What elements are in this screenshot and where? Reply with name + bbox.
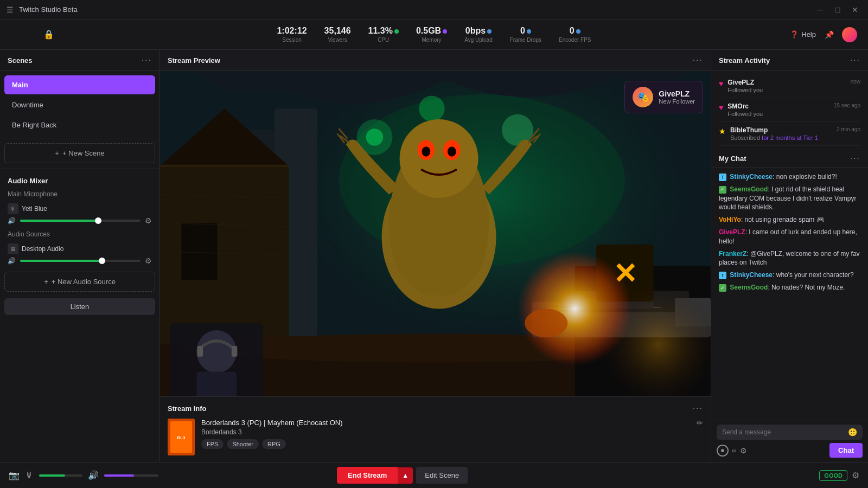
end-stream-button[interactable]: End Stream [337,467,398,484]
tag-shooter: Shooter [227,439,259,449]
stats-bar: 🔒 1:02:12 Session 35,146 Viewers 11.3% C… [0,20,868,50]
microphone-row: 🎙 Yeti Blue 🔊 ⚙ [0,200,159,228]
stream-info-title: Stream Info [168,404,207,413]
scene-item-be-right-back[interactable]: Be Right Back [4,115,155,134]
microphone-slider[interactable] [20,220,141,222]
follower-toast: 🎭 GivePLZ New Follower [624,81,703,113]
chat-more-button[interactable]: ··· [850,153,860,163]
activity-content-3: BibleThump Subscribed for 2 months at Ti… [730,126,832,141]
follower-avatar: 🎭 [633,87,653,107]
add-scene-button[interactable]: + + New Scene [4,143,155,163]
chat-settings-button[interactable]: ⚙ [740,446,747,455]
pin-icon[interactable]: 📌 [822,28,835,41]
stream-preview-more-button[interactable]: ··· [693,55,703,65]
game-thumb-art: BL3 [168,419,195,455]
plus-icon-audio: + [44,278,48,286]
scenes-title: Scenes [8,56,33,65]
bottom-slider-fill-2 [104,474,134,477]
microphone-slider-fill [20,220,98,222]
desktop-audio-settings-button[interactable]: ⚙ [145,256,152,265]
viewers-value: 35,146 [324,26,351,36]
maximize-button[interactable]: □ [831,3,844,16]
chat-message-3: VoHiYo: not using grenade spam 🎮 [719,215,860,224]
minimize-button[interactable]: ─ [814,3,827,16]
star-icon-1: ★ [719,127,726,136]
scene-item-main[interactable]: Main [4,75,155,94]
chat-section: My Chat ··· T StinkyCheese: non explosiv… [711,149,868,462]
bottom-slider-fill-1 [39,474,65,477]
upload-value: 0bps [464,26,493,36]
center-panel: Stream Preview ··· [160,50,711,462]
scene-item-downtime[interactable]: Downtime [4,95,155,114]
activity-more-button[interactable]: ··· [850,55,860,65]
activity-time-3: 2 min ago [837,126,860,132]
activity-desc-1: Followed you [727,87,846,93]
audio-mixer-header: Audio Mixer [0,171,159,188]
svg-text:BL3: BL3 [177,435,186,440]
game-scene-svg: ✕ [160,71,711,396]
stream-info-more-button[interactable]: ··· [693,403,703,413]
heart-icon-1: ♥ [719,79,723,88]
microphone-settings-button[interactable]: ⚙ [145,216,152,225]
help-button[interactable]: ❓ Help [790,30,816,38]
close-button[interactable]: ✕ [848,3,861,16]
chat-extra-dot [721,449,724,452]
chat-message-7: ✓ SeemsGood: No nades? Not my Moze. [719,283,860,292]
activity-header: Stream Activity ··· [711,50,868,71]
menu-icon[interactable]: ☰ [7,5,14,14]
add-audio-source-button[interactable]: + + New Audio Source [4,272,155,292]
camera-button[interactable]: 📷 [9,470,20,480]
scenes-more-button[interactable]: ··· [142,55,152,65]
bottom-settings-button[interactable]: ⚙ [852,470,859,480]
stream-tags: FPS Shooter RPG [201,439,690,449]
activity-item-biblethump: ★ BibleThump Subscribed for 2 months at … [719,122,860,146]
chat-user-1: StinkyCheese [730,173,773,181]
memory-label: Memory [416,37,447,43]
chat-user-3: VoHiYo [719,216,741,223]
microphone-bottom-button[interactable]: 🎙 [25,471,34,480]
desktop-audio-controls: 🔊 ⚙ [8,256,152,265]
emoji-button[interactable]: 🙂 [848,428,857,436]
microphone-slider-thumb[interactable] [95,217,101,224]
chat-message-input[interactable] [722,428,848,436]
desktop-audio-slider[interactable] [20,260,141,262]
audio-mixer-title: Audio Mixer [8,177,48,185]
edit-scene-button[interactable]: Edit Scene [416,467,468,484]
lock-icon: 🔒 [43,30,54,39]
end-stream-dropdown-button[interactable]: ▲ [398,467,413,484]
chat-input-row: 🙂 [717,425,863,440]
activity-title: Stream Activity [719,56,770,65]
stat-upload: 0bps Avg Upload [464,26,493,43]
audio-sources-label: Audio Sources [0,228,159,240]
bottom-slider-2[interactable] [104,474,158,477]
speaker-button[interactable]: 🔊 [88,470,99,480]
upload-dot [487,29,492,34]
activity-user-3: BibleThump [730,126,832,134]
microphone-device-name: 🎙 Yeti Blue [8,203,152,214]
bottom-slider-1[interactable] [39,474,82,477]
lock-area: 🔒 [43,29,54,40]
stream-info-edit-button[interactable]: ✏ [697,419,703,427]
follower-name: GivePLZ [659,89,695,98]
stats-right-area: ❓ Help 📌 [790,27,857,42]
svg-rect-40 [232,346,238,357]
desktop-icon: 🖥 [8,243,18,254]
chat-extra-circle [717,445,729,457]
upload-label: Avg Upload [464,37,493,43]
stat-frame-drops: 0 Frame Drops [510,26,541,43]
activity-content-1: GivePLZ Followed you [727,79,846,93]
desktop-slider-thumb[interactable] [99,258,105,264]
stream-title-text: Borderlands 3 (PC) | Mayhem (Echocast ON… [201,419,690,427]
cpu-dot [394,29,399,34]
encoder-fps-value: 0 [559,26,591,36]
desktop-volume-icon: 🔊 [8,257,16,265]
stream-game-name: Borderlands 3 [201,428,690,436]
listen-button[interactable]: Listen [4,298,155,315]
chat-messages-list: T StinkyCheese: non explosive build?! ✓ … [711,168,868,420]
title-bar: ☰ Twitch Studio Beta ─ □ ✕ [0,0,868,20]
user-avatar[interactable] [842,27,857,42]
stat-encoder-fps: 0 Encoder FPS [559,26,591,43]
frame-drops-label: Frame Drops [510,37,541,43]
activity-desc-3: Subscribed for 2 months at Tier 1 [730,134,832,141]
chat-send-button[interactable]: Chat [829,443,863,458]
